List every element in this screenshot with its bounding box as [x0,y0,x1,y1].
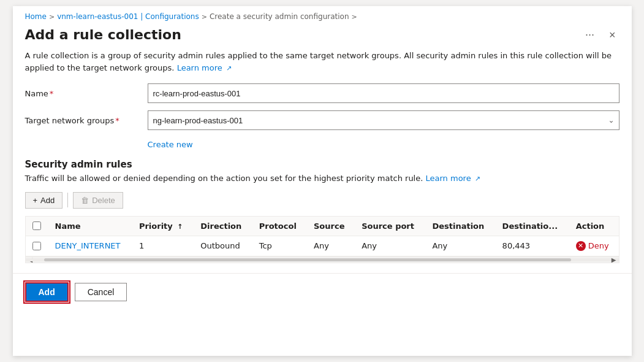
add-button[interactable]: Add [25,282,69,302]
row-checkbox[interactable] [32,242,41,250]
breadcrumb-sep-2: > [202,13,207,21]
rule-name-link[interactable]: DENY_INTERNET [55,241,121,250]
delete-rule-button[interactable]: 🗑 Delete [73,192,123,209]
row-action-cell: ✕ Deny [569,236,619,256]
rules-table: Name Priority ↑ Direction Protocol Sourc… [26,217,619,256]
target-form-row: Target network groups* ng-learn-prod-eas… [25,110,619,130]
name-label: Name* [25,89,148,98]
name-required-star: * [50,89,54,98]
col-destination: Destination [425,217,494,236]
deny-icon: ✕ [576,241,586,251]
breadcrumb-configurations[interactable]: vnm-learn-eastus-001 | Configurations [57,12,199,21]
table-toolbar: + Add 🗑 Delete [25,192,619,209]
deny-badge: ✕ Deny [576,241,612,251]
col-source: Source [306,217,354,236]
sort-asc-icon: ↑ [177,223,183,231]
row-source-port-cell: Any [354,236,425,256]
cancel-button[interactable]: Cancel [75,283,127,301]
col-destination-port: Destinatio... [495,217,569,236]
add-rule-label: Add [40,196,55,205]
description-learn-more-link[interactable]: Learn more ↗ [177,63,232,72]
target-dropdown[interactable]: ng-learn-prod-eastus-001 [148,110,619,130]
col-name: Name [48,217,132,236]
target-required-star: * [115,116,119,125]
row-name-cell: DENY_INTERNET [48,236,132,256]
scrollbar-track [26,258,619,261]
panel-body: A rule collection is a group of security… [13,50,632,273]
panel-header-actions: ··· × [581,27,619,42]
close-button[interactable]: × [605,28,619,42]
horizontal-scrollbar[interactable]: ◀ ▶ [26,256,619,263]
breadcrumb-sep-1: > [49,13,55,21]
breadcrumb-home[interactable]: Home [25,12,47,21]
breadcrumb-sep-3: > [352,13,357,21]
create-new-link[interactable]: Create new [148,140,193,149]
external-link-icon: ↗ [226,64,232,72]
col-source-port: Source port [354,217,425,236]
row-direction-cell: Outbound [193,236,252,256]
target-dropdown-wrap: ng-learn-prod-eastus-001 ⌄ [148,110,619,130]
trash-icon: 🗑 [81,196,89,205]
panel-title: Add a rule collection [25,27,181,42]
panel-footer: Add Cancel [13,273,632,310]
description-text: A rule collection is a group of security… [25,50,619,74]
target-label: Target network groups* [25,116,148,125]
ellipsis-button[interactable]: ··· [581,27,598,42]
rules-learn-more-link[interactable]: Learn more ↗ [426,174,481,183]
name-input-wrap [148,83,619,103]
row-source-cell: Any [306,236,354,256]
delete-rule-label: Delete [92,196,115,205]
rules-external-link-icon: ↗ [475,175,480,183]
section-title: Security admin rules [25,159,619,170]
scroll-right-arrow[interactable]: ▶ [612,256,616,263]
panel: Home > vnm-learn-eastus-001 | Configurat… [13,6,632,356]
col-priority[interactable]: Priority ↑ [132,217,193,236]
security-rules-section: Security admin rules Traffic will be all… [25,159,619,263]
scrollbar-thumb[interactable] [44,258,571,261]
plus-icon: + [33,196,38,205]
name-form-row: Name* [25,83,619,103]
section-desc: Traffic will be allowed or denied depend… [25,172,619,185]
toolbar-separator [67,193,68,207]
table-body: DENY_INTERNET 1 Outbound Tcp Any Any Any… [26,236,619,256]
panel-header: Add a rule collection ··· × [13,25,632,50]
table-row: DENY_INTERNET 1 Outbound Tcp Any Any Any… [26,236,619,256]
col-protocol: Protocol [252,217,306,236]
name-input[interactable] [148,83,619,103]
breadcrumb: Home > vnm-learn-eastus-001 | Configurat… [13,6,632,25]
row-checkbox-cell [26,236,48,256]
row-destination-cell: Any [425,236,494,256]
row-protocol-cell: Tcp [252,236,306,256]
add-rule-button[interactable]: + Add [25,192,63,209]
deny-label: Deny [588,241,609,250]
table-header: Name Priority ↑ Direction Protocol Sourc… [26,217,619,236]
col-checkbox [26,217,48,236]
col-action: Action [569,217,619,236]
select-all-checkbox[interactable] [32,221,41,230]
row-destination-port-cell: 80,443 [495,236,569,256]
breadcrumb-current: Create a security admin configuration [210,12,349,21]
rules-table-container: Name Priority ↑ Direction Protocol Sourc… [25,216,619,263]
col-direction: Direction [193,217,252,236]
row-priority-cell: 1 [132,236,193,256]
